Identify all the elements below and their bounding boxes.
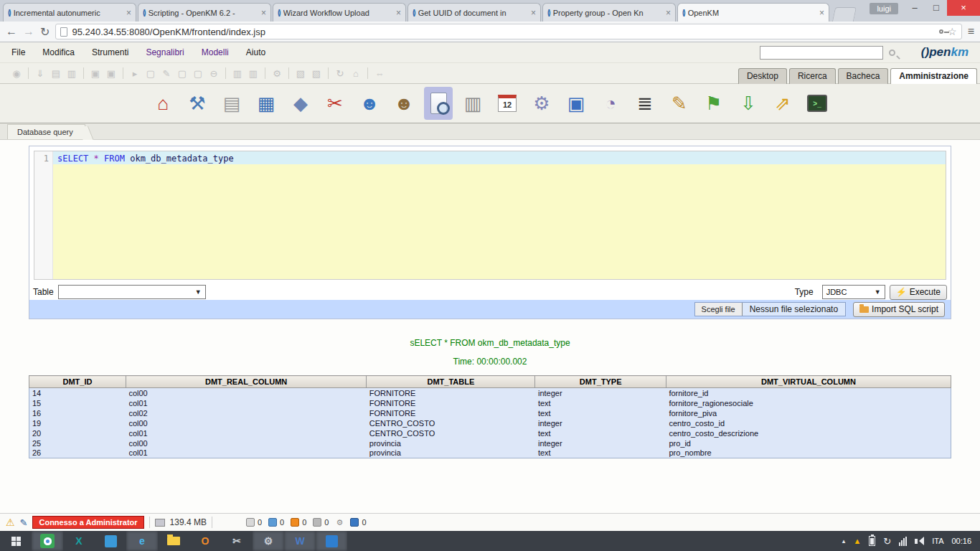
import-sql-button[interactable]: Import SQL script	[853, 302, 945, 317]
table-row[interactable]: 26col01provinciatextpro_nombre	[29, 448, 951, 458]
cancel-checkout-icon[interactable]: ⊖	[206, 68, 222, 79]
chrome-icon[interactable]	[32, 531, 63, 551]
network-signal-icon[interactable]	[899, 537, 907, 546]
menu-file[interactable]: File	[11, 47, 25, 57]
type-select[interactable]: JDBC ▼	[822, 285, 885, 299]
file-explorer-icon[interactable]	[158, 531, 189, 551]
tab-database-query[interactable]: Database query	[7, 124, 85, 139]
tab-close-icon[interactable]: ×	[126, 8, 131, 18]
table-row[interactable]: 15col01FORNITOREtextfornitore_ragionesoc…	[29, 398, 951, 408]
google-drive-icon[interactable]: ▲	[853, 537, 861, 545]
browser-menu-icon[interactable]: ≡	[968, 25, 974, 38]
search-icon[interactable]	[889, 50, 895, 56]
table-select[interactable]: ▼	[58, 285, 206, 299]
settings-icon[interactable]: ⚙	[253, 531, 284, 551]
menu-segnalibri[interactable]: Segnalibri	[146, 47, 184, 57]
add-subscription-icon[interactable]: ▧	[293, 68, 308, 79]
browser-user-button[interactable]: luigi	[870, 3, 898, 14]
back-icon[interactable]: ←	[6, 25, 17, 38]
scripting-tools-icon[interactable]: ✂	[321, 87, 349, 120]
browser-tab[interactable]: ()Property group - Open Kn×	[542, 3, 676, 22]
sql-editor[interactable]: 1 sELECT * FROM okm_db_metadata_type	[34, 151, 946, 280]
grid-col-dmt_real_column[interactable]: DMT_REAL_COLUMN	[126, 376, 366, 388]
workflow-admin-icon[interactable]: ⚙	[527, 87, 556, 120]
tab-close-icon[interactable]: ×	[819, 8, 824, 18]
key-icon[interactable]	[939, 29, 943, 34]
create-document-icon[interactable]: ▢	[143, 68, 159, 79]
add-property-group-icon[interactable]: ▥	[230, 68, 245, 79]
crontab-icon[interactable]: 12	[493, 87, 522, 120]
close-button[interactable]: ×	[947, 0, 980, 16]
url-text[interactable]: 95.240.34.55:8080/OpenKM/frontend/index.…	[72, 27, 935, 37]
statistics-icon[interactable]: ▦	[252, 87, 281, 120]
tab-close-icon[interactable]: ×	[666, 8, 671, 18]
editor-code-area[interactable]: sELECT * FROM okm_db_metadata_type	[53, 151, 946, 279]
print-icon[interactable]: ▥	[64, 68, 80, 79]
reload-icon[interactable]: ↻	[40, 25, 50, 39]
internet-explorer-icon[interactable]: e	[126, 531, 158, 551]
battery-icon[interactable]	[869, 536, 875, 546]
tab-desktop[interactable]: Desktop	[738, 68, 787, 84]
remove-subscription-icon[interactable]: ▧	[308, 68, 324, 79]
grid-col-dmt_virtual_column[interactable]: DMT_VIRTUAL_COLUMN	[666, 376, 951, 388]
unlock-icon[interactable]: ▣	[103, 68, 119, 79]
choose-file-button[interactable]: Scegli file	[695, 303, 743, 316]
tab-amministrazione[interactable]: Amministrazione	[890, 68, 977, 84]
profiles-icon[interactable]: ☻	[390, 87, 418, 120]
browser-tab[interactable]: ()OpenKM×	[677, 3, 829, 22]
outlook-icon[interactable]: O	[189, 531, 221, 551]
tab-ricerca[interactable]: Ricerca	[789, 68, 836, 84]
menu-modifica[interactable]: Modifica	[42, 47, 75, 57]
browser-tab[interactable]: ()Scripting - OpenKM 6.2 -×	[138, 3, 271, 22]
hidden-icons-chevron[interactable]: ▴	[842, 537, 846, 545]
report-icon[interactable]: ▤	[217, 87, 246, 120]
refresh-icon[interactable]: ↻	[332, 68, 348, 79]
database-query-icon[interactable]	[424, 87, 453, 120]
tab-close-icon[interactable]: ×	[531, 8, 536, 18]
execute-button[interactable]: ⚡ Execute	[890, 285, 947, 300]
utilities-icon[interactable]: ⚒	[183, 87, 212, 120]
lock-icon[interactable]: ▣	[88, 68, 103, 79]
users-icon[interactable]: ☻	[355, 87, 384, 120]
sync-icon[interactable]: ↻	[883, 536, 891, 547]
app-blue-icon[interactable]	[95, 531, 126, 551]
workflow-icon[interactable]: ⚙	[269, 68, 285, 79]
repository-import-icon[interactable]: ⇩	[734, 87, 763, 120]
tab-close-icon[interactable]: ×	[261, 8, 266, 18]
menu-strumenti[interactable]: Strumenti	[92, 47, 128, 57]
style-icon[interactable]: ✎	[665, 87, 694, 120]
console-icon[interactable]: >_	[803, 87, 831, 120]
edit-document-icon[interactable]: ✎	[159, 68, 174, 79]
menu-modelli[interactable]: Modelli	[202, 47, 229, 57]
menu-aiuto[interactable]: Aiuto	[246, 47, 265, 57]
table-row[interactable]: 25col00provinciaintegerpro_id	[29, 438, 951, 448]
file-input[interactable]: Scegli file Nessun file selezionato	[694, 302, 846, 316]
language-icon[interactable]: ⚑	[699, 87, 728, 120]
plugin-icon[interactable]: ◆	[286, 87, 315, 120]
word-icon[interactable]: W	[284, 531, 316, 551]
browser-tab[interactable]: ()Incremental autonumeric×	[3, 3, 136, 22]
start-button[interactable]	[0, 531, 32, 551]
clock[interactable]: 00:16	[951, 537, 971, 545]
checkout-document-icon[interactable]: ▢	[174, 68, 190, 79]
new-tab-button[interactable]	[832, 7, 857, 22]
printer-icon[interactable]: ▥	[458, 87, 487, 120]
repository-export-icon[interactable]: ⇗	[768, 87, 797, 120]
tab-close-icon[interactable]: ×	[396, 8, 401, 18]
browser-tab[interactable]: ()Wizard Workflow Upload×	[273, 3, 406, 22]
home-icon[interactable]: ⌂	[149, 87, 177, 120]
table-row[interactable]: 16col02FORNITOREtextfornitore_piva	[29, 408, 951, 418]
table-row[interactable]: 20col01CENTRO_COSTOtextcentro_costo_desc…	[29, 428, 951, 438]
message-icon[interactable]: ▣	[562, 87, 590, 120]
remove-property-group-icon[interactable]: ▥	[245, 68, 261, 79]
activity-log-icon[interactable]: ≣	[631, 87, 659, 120]
language-indicator[interactable]: ITA	[932, 537, 943, 545]
scheduler-icon[interactable]: ◔	[596, 87, 625, 120]
split-view-icon[interactable]: ⇔	[372, 68, 387, 79]
minimize-button[interactable]: –	[904, 0, 925, 16]
table-row[interactable]: 19col00CENTRO_COSTOintegercentro_costo_i…	[29, 418, 951, 428]
delete-document-icon[interactable]: ▢	[190, 68, 206, 79]
download-pdf-icon[interactable]: ▤	[48, 68, 64, 79]
table-row[interactable]: 14col00FORNITOREintegerfornitore_id	[29, 388, 951, 398]
snipping-tool-icon[interactable]: ✂	[221, 531, 253, 551]
